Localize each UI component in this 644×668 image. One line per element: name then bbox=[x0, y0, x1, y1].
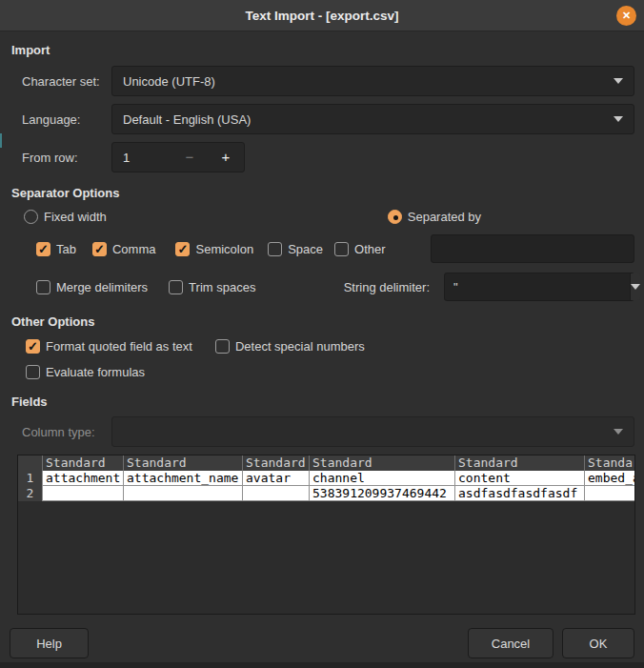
fixed-width-radio[interactable]: Fixed width bbox=[24, 210, 107, 224]
row-number-cell: 2 bbox=[18, 486, 42, 501]
from-row-input[interactable] bbox=[112, 151, 171, 165]
column-type-dropdown[interactable] bbox=[111, 416, 634, 447]
preview-cell: content bbox=[454, 471, 584, 486]
separator-mode-row: Fixed width Separated by bbox=[10, 209, 634, 224]
checkbox-icon bbox=[175, 242, 190, 256]
separator-section-title: Separator Options bbox=[11, 186, 634, 201]
column-type-header[interactable]: Standard bbox=[123, 455, 242, 471]
radio-icon bbox=[24, 210, 38, 224]
other-label: Other bbox=[354, 242, 386, 256]
from-row-label: From row: bbox=[22, 151, 111, 165]
language-row: Language: Default - English (USA) bbox=[10, 104, 634, 134]
column-type-row: Column type: bbox=[10, 416, 634, 447]
preview-cell bbox=[242, 486, 309, 501]
other-options-section-title: Other Options bbox=[11, 314, 634, 330]
window-bottom-edge bbox=[0, 662, 644, 668]
help-button[interactable]: Help bbox=[10, 628, 89, 658]
character-set-dropdown[interactable]: Unicode (UTF-8) bbox=[111, 66, 634, 96]
preview-table: StandardStandardStandardStandardStandard… bbox=[18, 455, 634, 501]
chevron-down-icon bbox=[614, 78, 623, 84]
evaluate-formulas-label: Evaluate formulas bbox=[46, 365, 145, 379]
space-label: Space bbox=[288, 242, 323, 256]
preview-cell bbox=[584, 486, 635, 501]
preview-cell: 538391209937469442 bbox=[309, 486, 454, 501]
chevron-down-icon bbox=[631, 284, 640, 290]
comma-label: Comma bbox=[112, 242, 156, 256]
radio-icon bbox=[388, 210, 402, 224]
checkbox-icon bbox=[268, 242, 282, 256]
close-icon: ✕ bbox=[622, 10, 631, 21]
preview-cell: embed_a bbox=[584, 471, 635, 486]
preview-header-row: StandardStandardStandardStandardStandard… bbox=[18, 455, 634, 471]
checkbox-icon bbox=[169, 280, 183, 294]
language-value: Default - English (USA) bbox=[123, 112, 614, 127]
window-title: Text Import - [export.csv] bbox=[245, 9, 398, 23]
preview-data-row: 2538391209937469442asdfasdfasdfasdf bbox=[18, 486, 634, 501]
preview-cell: attachment_name bbox=[123, 471, 242, 486]
tab-checkbox[interactable]: Tab bbox=[36, 242, 76, 256]
language-dropdown[interactable]: Default - English (USA) bbox=[111, 104, 634, 134]
separator-checkbox-row: Tab Comma Semicolon Space Other bbox=[10, 234, 634, 263]
column-type-header[interactable]: Standard bbox=[584, 455, 635, 471]
string-delimiter-input[interactable] bbox=[445, 273, 630, 300]
checkbox-icon bbox=[36, 280, 50, 294]
string-delimiter-label: String delimiter: bbox=[344, 280, 430, 294]
format-quoted-label: Format quoted field as text bbox=[46, 339, 192, 354]
checkbox-icon bbox=[334, 242, 349, 256]
fixed-width-label: Fixed width bbox=[44, 210, 107, 224]
detect-special-label: Detect special numbers bbox=[235, 339, 365, 354]
column-type-header[interactable]: Standard bbox=[454, 455, 584, 471]
space-checkbox[interactable]: Space bbox=[268, 242, 323, 256]
comma-checkbox[interactable]: Comma bbox=[92, 242, 156, 256]
column-type-label: Column type: bbox=[22, 425, 111, 439]
trim-spaces-label: Trim spaces bbox=[189, 280, 255, 294]
cancel-button[interactable]: Cancel bbox=[468, 628, 553, 658]
chevron-down-icon bbox=[614, 429, 623, 435]
window-edge-highlight bbox=[0, 133, 2, 148]
from-row-spinbox[interactable]: − + bbox=[111, 142, 245, 172]
column-type-header[interactable]: Standard bbox=[309, 455, 454, 471]
evaluate-formulas-checkbox[interactable]: Evaluate formulas bbox=[26, 365, 145, 379]
titlebar[interactable]: Text Import - [export.csv] ✕ bbox=[0, 0, 644, 31]
tab-label: Tab bbox=[56, 242, 76, 256]
combobox-dropdown-button[interactable] bbox=[630, 273, 640, 300]
ok-button[interactable]: OK bbox=[562, 628, 634, 658]
spin-plus-button[interactable]: + bbox=[208, 143, 244, 172]
preview-cell: avatar bbox=[242, 471, 309, 486]
language-label: Language: bbox=[22, 112, 111, 127]
semicolon-checkbox[interactable]: Semicolon bbox=[175, 242, 253, 256]
string-delimiter-combobox[interactable] bbox=[444, 273, 634, 301]
character-set-label: Character set: bbox=[22, 74, 111, 89]
detect-special-checkbox[interactable]: Detect special numbers bbox=[215, 339, 365, 354]
format-quoted-checkbox[interactable]: Format quoted field as text bbox=[26, 339, 192, 354]
preview-cell: attachment bbox=[42, 471, 123, 486]
trim-spaces-checkbox[interactable]: Trim spaces bbox=[169, 280, 255, 294]
column-type-header[interactable]: Standard bbox=[42, 455, 123, 471]
merge-delimiters-checkbox[interactable]: Merge delimiters bbox=[36, 280, 148, 294]
checkbox-icon bbox=[26, 365, 40, 379]
preview-cell bbox=[123, 486, 242, 501]
button-bar: Help Cancel OK bbox=[10, 628, 634, 658]
merge-delimiters-label: Merge delimiters bbox=[56, 280, 148, 294]
column-type-header[interactable]: Standard bbox=[242, 455, 309, 471]
close-button[interactable]: ✕ bbox=[616, 6, 636, 26]
character-set-value: Unicode (UTF-8) bbox=[123, 74, 614, 89]
separated-by-radio[interactable]: Separated by bbox=[388, 210, 481, 224]
checkbox-icon bbox=[26, 339, 40, 354]
preview-cell bbox=[42, 486, 123, 501]
other-options-row-1: Format quoted field as text Detect speci… bbox=[10, 338, 634, 354]
from-row-row: From row: − + bbox=[10, 142, 634, 172]
checkbox-icon bbox=[36, 242, 50, 256]
text-import-dialog: Text Import - [export.csv] ✕ Import Char… bbox=[0, 0, 644, 668]
preview-corner-cell bbox=[18, 455, 42, 471]
delimiter-options-row: Merge delimiters Trim spaces String deli… bbox=[10, 273, 634, 301]
import-preview-area[interactable]: StandardStandardStandardStandardStandard… bbox=[17, 455, 635, 615]
other-checkbox[interactable]: Other bbox=[334, 242, 386, 256]
semicolon-label: Semicolon bbox=[195, 242, 253, 256]
spin-minus-button[interactable]: − bbox=[171, 143, 208, 172]
chevron-down-icon bbox=[614, 116, 623, 122]
fields-section-title: Fields bbox=[11, 395, 634, 410]
other-separator-input[interactable] bbox=[431, 234, 634, 263]
row-number-cell: 1 bbox=[18, 471, 42, 486]
preview-cell: channel bbox=[309, 471, 454, 486]
